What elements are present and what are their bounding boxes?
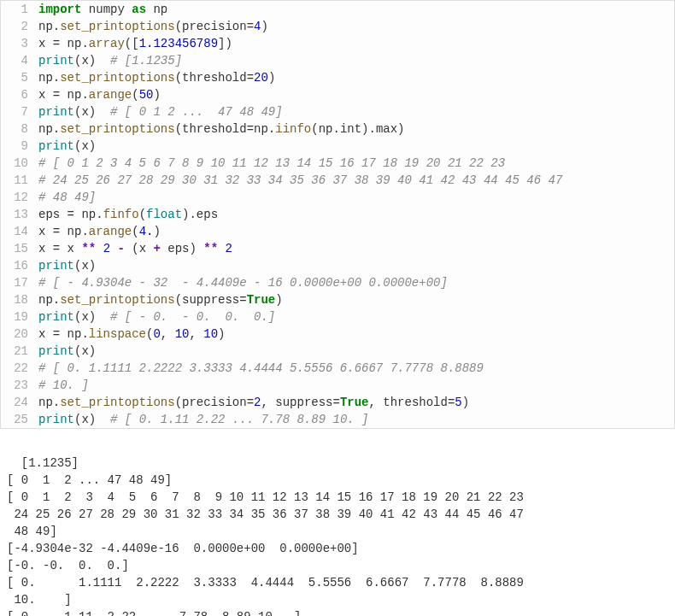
line-number: 18: [1, 291, 35, 308]
code-text: # 48 49]: [35, 189, 96, 206]
code-line: 10# [ 0 1 2 3 4 5 6 7 8 9 10 11 12 13 14…: [1, 155, 674, 172]
code-text: # [ 0. 1.1111 2.2222 3.3333 4.4444 5.555…: [35, 360, 484, 377]
code-line: 5np.set_printoptions(threshold=20): [1, 69, 674, 86]
code-line: 20x = np.linspace(0, 10, 10): [1, 326, 674, 343]
code-text: np.set_printoptions(threshold=20): [35, 69, 275, 86]
line-number: 17: [1, 274, 35, 291]
code-text: x = x ** 2 - (x + eps) ** 2: [35, 240, 232, 257]
output-block: [1.1235] [ 0 1 2 ... 47 48 49] [ 0 1 2 3…: [0, 434, 675, 616]
code-text: print(x) # [ 0. 1.11 2.22 ... 7.78 8.89 …: [35, 411, 368, 428]
line-number: 25: [1, 411, 35, 428]
code-text: print(x) # [ - 0. - 0. 0. 0.]: [35, 308, 275, 326]
code-line: 16print(x): [1, 257, 674, 274]
line-number: 10: [1, 155, 35, 172]
code-line: 17# [ - 4.9304e - 32 - 4.4409e - 16 0.00…: [1, 274, 674, 291]
line-number: 3: [1, 35, 35, 52]
line-number: 7: [1, 103, 35, 120]
code-line: 22# [ 0. 1.1111 2.2222 3.3333 4.4444 5.5…: [1, 360, 674, 377]
code-text: np.set_printoptions(precision=2, suppres…: [35, 394, 469, 411]
code-text: print(x): [35, 343, 96, 360]
code-line: 18np.set_printoptions(suppress=True): [1, 291, 674, 308]
line-number: 2: [1, 18, 35, 35]
line-number: 5: [1, 69, 35, 86]
code-text: x = np.array([1.123456789]): [35, 35, 232, 52]
code-text: # 10. ]: [35, 377, 89, 394]
code-line: 19print(x) # [ - 0. - 0. 0. 0.]: [1, 308, 674, 326]
code-line: 8np.set_printoptions(threshold=np.iinfo(…: [1, 120, 674, 138]
code-text: print(x): [35, 257, 96, 274]
code-line: 6x = np.arange(50): [1, 86, 674, 103]
code-text: print(x): [35, 138, 96, 155]
code-text: # [ 0 1 2 3 4 5 6 7 8 9 10 11 12 13 14 1…: [35, 155, 505, 172]
line-number: 19: [1, 308, 35, 326]
code-line: 23# 10. ]: [1, 377, 674, 394]
line-number: 1: [1, 1, 35, 18]
code-text: np.set_printoptions(suppress=True): [35, 291, 283, 308]
code-text: import numpy as np: [35, 1, 167, 18]
code-text: eps = np.finfo(float).eps: [35, 206, 218, 223]
line-number: 22: [1, 360, 35, 377]
line-number: 4: [1, 52, 35, 69]
code-text: print(x) # [ 0 1 2 ... 47 48 49]: [35, 103, 283, 120]
code-line: 4print(x) # [1.1235]: [1, 52, 674, 69]
code-line: 14x = np.arange(4.): [1, 223, 674, 240]
code-line: 21print(x): [1, 343, 674, 360]
line-number: 23: [1, 377, 35, 394]
code-text: np.set_printoptions(precision=4): [35, 18, 268, 35]
line-number: 9: [1, 138, 35, 155]
code-block: 1import numpy as np2np.set_printoptions(…: [0, 0, 675, 429]
code-text: x = np.arange(4.): [35, 223, 161, 240]
code-line: 1import numpy as np: [1, 1, 674, 18]
line-number: 8: [1, 120, 35, 138]
line-number: 16: [1, 257, 35, 274]
code-text: # [ - 4.9304e - 32 - 4.4409e - 16 0.0000…: [35, 274, 448, 291]
code-text: x = np.arange(50): [35, 86, 161, 103]
code-line: 12# 48 49]: [1, 189, 674, 206]
code-text: x = np.linspace(0, 10, 10): [35, 326, 226, 343]
code-line: 2np.set_printoptions(precision=4): [1, 18, 674, 35]
line-number: 24: [1, 394, 35, 411]
code-text: # 24 25 26 27 28 29 30 31 32 33 34 35 36…: [35, 172, 562, 189]
line-number: 6: [1, 86, 35, 103]
code-line: 15x = x ** 2 - (x + eps) ** 2: [1, 240, 674, 257]
code-line: 13eps = np.finfo(float).eps: [1, 206, 674, 223]
line-number: 15: [1, 240, 35, 257]
code-line: 25print(x) # [ 0. 1.11 2.22 ... 7.78 8.8…: [1, 411, 674, 428]
line-number: 11: [1, 172, 35, 189]
output-text: [1.1235] [ 0 1 2 ... 47 48 49] [ 0 1 2 3…: [7, 456, 524, 616]
code-line: 24np.set_printoptions(precision=2, suppr…: [1, 394, 674, 411]
line-number: 21: [1, 343, 35, 360]
line-number: 20: [1, 326, 35, 343]
code-line: 9print(x): [1, 138, 674, 155]
line-number: 13: [1, 206, 35, 223]
line-number: 14: [1, 223, 35, 240]
code-line: 3x = np.array([1.123456789]): [1, 35, 674, 52]
code-line: 7print(x) # [ 0 1 2 ... 47 48 49]: [1, 103, 674, 120]
code-text: print(x) # [1.1235]: [35, 52, 182, 69]
code-line: 11# 24 25 26 27 28 29 30 31 32 33 34 35 …: [1, 172, 674, 189]
line-number: 12: [1, 189, 35, 206]
code-text: np.set_printoptions(threshold=np.iinfo(n…: [35, 120, 405, 138]
